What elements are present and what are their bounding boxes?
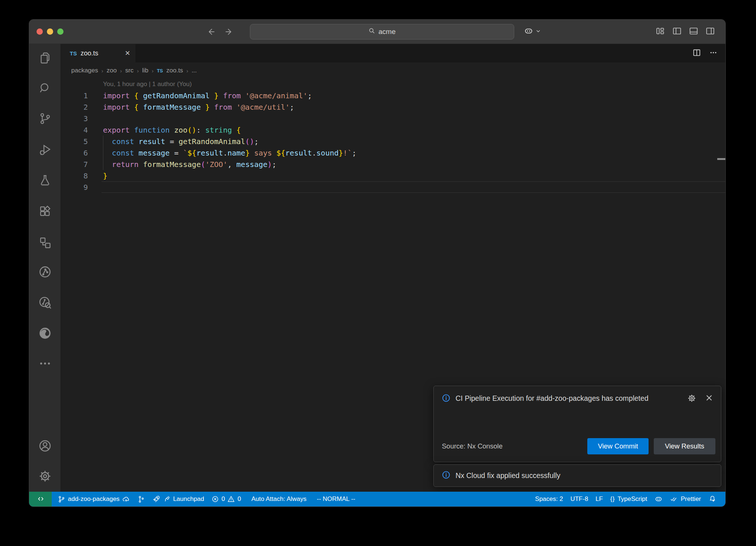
tab-close-icon[interactable]: ✕	[125, 49, 130, 57]
customize-layout-icon[interactable]	[656, 26, 665, 37]
code-line[interactable]: 3	[61, 113, 725, 124]
testing-icon[interactable]	[29, 169, 61, 191]
code-line-content: import { getRandomAnimal } from '@acme/a…	[103, 91, 312, 100]
encoding-status[interactable]: UTF-8	[567, 492, 592, 506]
overview-ruler-marker	[717, 158, 725, 160]
code-line[interactable]: 4export function zoo(): string {	[61, 124, 725, 136]
navigate-forward-icon[interactable]	[224, 27, 234, 37]
code-line-content: return formatMessage('ZOO', message);	[103, 160, 276, 169]
search-sidebar-icon[interactable]	[29, 77, 61, 99]
chevron-right-icon: ›	[120, 68, 122, 74]
line-number: 7	[61, 160, 88, 169]
breadcrumb-item[interactable]: src	[125, 67, 134, 74]
close-window-button[interactable]	[37, 28, 43, 35]
breadcrumb-file[interactable]: zoo.ts	[166, 67, 183, 74]
code-line-content: const message = `${result.name} says ${r…	[103, 149, 356, 157]
current-line-highlight	[102, 181, 725, 193]
info-icon	[442, 471, 450, 481]
git-branch-status[interactable]: add-zoo-packages	[52, 492, 134, 506]
typescript-file-icon: TS	[70, 50, 77, 57]
vim-mode-status[interactable]: -- NORMAL --	[310, 492, 359, 506]
line-number: 8	[61, 171, 88, 180]
extensions-icon[interactable]	[29, 200, 61, 222]
remote-indicator[interactable]	[29, 492, 52, 506]
plug-icon	[163, 495, 171, 503]
language-mode-status[interactable]: {} TypeScript	[606, 492, 651, 506]
copilot-icon	[654, 495, 663, 503]
navigate-back-icon[interactable]	[206, 27, 216, 37]
view-results-button[interactable]: View Results	[654, 438, 715, 454]
code-line-content: }	[103, 171, 107, 180]
toggle-panel-icon[interactable]	[689, 26, 698, 37]
breadcrumb-overflow[interactable]: ...	[192, 67, 197, 74]
accounts-icon[interactable]	[29, 435, 61, 457]
chevron-right-icon: ›	[186, 68, 188, 74]
copilot-status[interactable]	[651, 492, 666, 506]
notification-message: Nx Cloud fix applied successfully	[456, 471, 560, 480]
edge-browser-icon[interactable]	[29, 322, 61, 344]
zoom-window-button[interactable]	[57, 28, 63, 35]
settings-gear-icon[interactable]	[29, 465, 61, 487]
error-icon	[212, 495, 219, 503]
line-number: 5	[61, 137, 88, 146]
prettier-status[interactable]: Prettier	[666, 492, 705, 506]
tab-zoo-ts[interactable]: TS zoo.ts ✕	[61, 44, 135, 62]
view-commit-button[interactable]: View Commit	[587, 438, 649, 454]
tab-label: zoo.ts	[80, 50, 121, 57]
chevron-right-icon: ›	[152, 68, 154, 74]
line-number: 3	[61, 114, 88, 123]
nx-console-icon[interactable]	[29, 232, 61, 254]
notification-source: Source: Nx Console	[442, 442, 503, 450]
source-control-icon[interactable]	[29, 108, 61, 130]
breadcrumb: packages› zoo› src› lib› TS zoo.ts› ...	[61, 62, 725, 79]
command-center-text: acme	[378, 28, 395, 36]
gitlens-icon[interactable]	[29, 261, 61, 283]
indentation-status[interactable]: Spaces: 2	[532, 492, 567, 506]
notifications-bell-icon[interactable]	[705, 492, 720, 506]
tab-bar: TS zoo.ts ✕	[61, 44, 725, 62]
warning-icon	[227, 495, 235, 503]
indent-guide	[103, 136, 103, 170]
problems-status[interactable]: 0 0	[208, 492, 245, 506]
explorer-icon[interactable]	[29, 47, 61, 69]
command-center-search[interactable]: acme	[250, 24, 514, 40]
activity-bar	[29, 44, 61, 492]
code-line[interactable]: 7 return formatMessage('ZOO', message);	[61, 158, 725, 170]
chevron-right-icon: ›	[137, 68, 139, 74]
editor-more-actions-icon[interactable]	[709, 48, 718, 59]
notification-close-icon[interactable]	[705, 393, 714, 405]
gitlens-inspect-icon[interactable]	[29, 291, 61, 314]
code-line-content: export function zoo(): string {	[103, 126, 241, 134]
code-line[interactable]: 5 const result = getRandomAnimal();	[61, 136, 725, 147]
nx-launchpad-status[interactable]: Launchpad	[149, 492, 208, 506]
split-editor-icon[interactable]	[692, 48, 701, 59]
auto-attach-status[interactable]: Auto Attach: Always	[245, 492, 310, 506]
code-line[interactable]: 6 const message = `${result.name} says $…	[61, 147, 725, 158]
status-bar: add-zoo-packages Launchpad 0 0 Auto Atta…	[29, 492, 725, 506]
code-line-content: const result = getRandomAnimal();	[103, 137, 259, 146]
source-control-graph-status[interactable]	[134, 492, 149, 506]
vscode-window: acme	[29, 19, 726, 507]
code-line[interactable]: 1import { getRandomAnimal } from '@acme/…	[61, 90, 725, 101]
breadcrumb-item[interactable]: lib	[142, 67, 148, 74]
copilot-icon[interactable]	[524, 26, 533, 37]
publish-changes-icon	[122, 495, 130, 503]
rocket-icon	[152, 495, 161, 503]
chevron-right-icon: ›	[102, 68, 103, 74]
additional-views-icon[interactable]	[29, 352, 61, 375]
minimize-window-button[interactable]	[47, 28, 53, 35]
traffic-lights	[37, 28, 63, 35]
breadcrumb-item[interactable]: packages	[71, 67, 98, 74]
code-line[interactable]: 8}	[61, 170, 725, 181]
toggle-secondary-sidebar-icon[interactable]	[705, 26, 715, 37]
toggle-primary-sidebar-icon[interactable]	[672, 26, 682, 37]
code-line[interactable]: 2import { formatMessage } from '@acme/ut…	[61, 101, 725, 113]
notification-message: CI Pipeline Execution for #add-zoo-packa…	[456, 393, 662, 405]
breadcrumb-item[interactable]: zoo	[107, 67, 117, 74]
chevron-down-icon[interactable]	[536, 28, 541, 35]
run-and-debug-icon[interactable]	[29, 139, 61, 161]
eol-status[interactable]: LF	[592, 492, 606, 506]
notification-toast-ci-pipeline: CI Pipeline Execution for #add-zoo-packa…	[433, 386, 721, 462]
notification-settings-gear-icon[interactable]	[687, 393, 697, 405]
line-number: 1	[61, 91, 88, 100]
